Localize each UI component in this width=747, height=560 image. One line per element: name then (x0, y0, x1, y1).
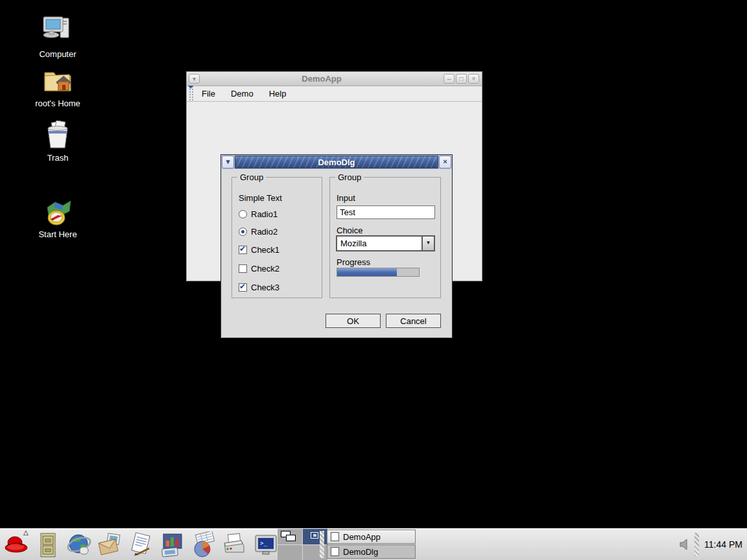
groupbox-legend: Group (237, 172, 266, 182)
trash-icon (43, 121, 73, 150)
input-label: Input (337, 193, 355, 203)
window-title: DemoApp (200, 74, 443, 84)
radio-icon[interactable] (239, 210, 247, 218)
chevron-down-icon: ▾ (193, 75, 196, 82)
desktop-icon-start-here[interactable]: Start Here (25, 197, 90, 239)
checkbox-icon[interactable]: ✔ (239, 264, 247, 273)
toolbar-drag-handle[interactable] (188, 86, 194, 101)
file-cabinet-icon (36, 531, 60, 559)
checkbox-icon[interactable]: ✔ (239, 283, 247, 292)
desktop-icon-label: root's Home (25, 99, 90, 108)
minimize-icon: – (447, 75, 451, 82)
workspace-3[interactable] (278, 545, 302, 560)
svg-text:>_: >_ (260, 540, 267, 546)
window-list: DemoApp DemoDlg (327, 530, 416, 559)
taskbar-panel: >_ △ DemoApp DemoDlg 11:44 PM (0, 528, 747, 560)
progress-label: Progress (337, 257, 370, 267)
spreadsheet-launcher[interactable] (188, 530, 219, 559)
check2-option[interactable]: ✔ Check2 (239, 264, 279, 274)
input-field[interactable] (337, 205, 435, 219)
web-browser-launcher[interactable] (64, 530, 95, 559)
dialog-titlebar-stripes: DemoDlg (235, 156, 438, 169)
demodlg-dialog: ▾ DemoDlg × Group Simple Text Radio1 Rad… (220, 154, 453, 338)
dropdown-button[interactable]: ▼ (421, 237, 434, 250)
terminal-launcher[interactable]: >_ (250, 530, 281, 559)
volume-control[interactable] (678, 539, 690, 553)
radio-icon[interactable] (239, 228, 247, 236)
maximize-button[interactable]: □ (456, 74, 467, 84)
window-menu-button[interactable]: ▾ (189, 74, 200, 84)
radio2-label: Radio2 (251, 227, 278, 237)
menu-help[interactable]: Help (261, 87, 294, 100)
maximize-icon: □ (459, 75, 463, 82)
menu-demo[interactable]: Demo (223, 87, 261, 100)
presentation-launcher[interactable] (157, 530, 188, 559)
groupbox-legend: Group (335, 172, 364, 182)
check1-label: Check1 (251, 245, 279, 255)
desktop-icon-trash[interactable]: Trash (25, 121, 90, 163)
window-icon (331, 547, 339, 556)
radio1-option[interactable]: Radio1 (239, 209, 278, 219)
check2-label: Check2 (251, 264, 279, 274)
close-icon: × (443, 158, 447, 165)
printer-icon (220, 531, 249, 559)
desktop-icon-label: Start Here (25, 229, 90, 239)
desktop-icon-label: Trash (25, 153, 90, 163)
word-processor-launcher[interactable] (126, 530, 157, 559)
clock-drag-handle[interactable] (694, 533, 699, 556)
check-mark-icon: ✔ (239, 244, 246, 253)
check1-option[interactable]: ✔ Check1 (239, 245, 279, 255)
minimize-button[interactable]: – (444, 74, 455, 84)
window-list-item-demodlg[interactable]: DemoDlg (327, 544, 416, 559)
ok-button[interactable]: OK (326, 314, 381, 328)
right-groupbox: Group Input Choice Mozilla ▼ Progress (329, 177, 441, 298)
home-folder-icon (41, 65, 75, 96)
print-manager-launcher[interactable] (219, 530, 250, 559)
email-icon (96, 531, 124, 559)
presentation-icon (158, 531, 187, 559)
checkbox-icon[interactable]: ✔ (239, 246, 247, 254)
terminal-icon: >_ (252, 531, 279, 559)
email-launcher[interactable] (95, 530, 126, 559)
close-button[interactable]: × (468, 74, 479, 84)
menu-arrow-icon: △ (23, 529, 29, 536)
chevron-down-icon: ▼ (426, 240, 431, 246)
dialog-title: DemoDlg (318, 158, 355, 167)
dialog-close-button[interactable]: × (439, 156, 451, 169)
check-mark-icon: ✔ (239, 282, 246, 291)
desktop-icon-label: Computer (25, 49, 90, 59)
cancel-button[interactable]: Cancel (386, 314, 441, 328)
choice-dropdown[interactable]: Mozilla ▼ (336, 235, 435, 251)
computer-icon (40, 14, 76, 47)
choice-label: Choice (337, 226, 362, 235)
start-here-icon (41, 197, 75, 227)
left-groupbox: Group Simple Text Radio1 Radio2 ✔ Check1… (231, 177, 322, 298)
spreadsheet-pie-icon (189, 531, 219, 559)
progress-bar-fill (337, 268, 397, 276)
radio1-label: Radio1 (251, 209, 278, 219)
demoapp-menubar: File Demo Help (187, 86, 482, 102)
speaker-icon (678, 539, 690, 550)
demoapp-titlebar[interactable]: ▾ DemoApp – □ × (187, 72, 482, 86)
file-manager-launcher[interactable] (32, 530, 64, 559)
workspace-1[interactable] (278, 529, 302, 544)
desktop-icon-roots-home[interactable]: root's Home (25, 65, 90, 108)
dropdown-selected-value: Mozilla (337, 237, 421, 250)
chevron-down-icon: ▾ (226, 158, 230, 165)
menu-file[interactable]: File (194, 87, 223, 100)
window-list-drag-handle[interactable] (320, 531, 324, 558)
simple-text-label: Simple Text (239, 193, 282, 203)
document-pen-icon (127, 531, 156, 559)
window-list-item-demoapp[interactable]: DemoApp (327, 530, 416, 544)
dialog-menu-button[interactable]: ▾ (222, 156, 234, 169)
desktop-icon-computer[interactable]: Computer (25, 14, 90, 59)
window-icon (331, 532, 339, 541)
clock[interactable]: 11:44 PM (704, 539, 742, 550)
check3-label: Check3 (251, 283, 279, 292)
demodlg-titlebar[interactable]: ▾ DemoDlg × (221, 155, 452, 169)
radio2-option[interactable]: Radio2 (239, 227, 278, 237)
window-list-label: DemoDlg (343, 547, 378, 557)
check3-option[interactable]: ✔ Check3 (239, 283, 279, 292)
web-browser-icon (65, 531, 93, 559)
window-list-label: DemoApp (343, 532, 381, 542)
